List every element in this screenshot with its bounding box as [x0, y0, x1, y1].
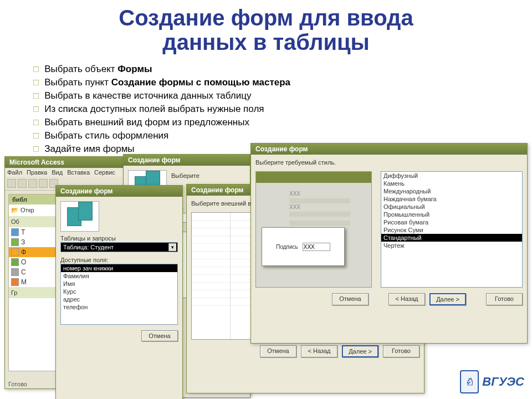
logo-badge-icon: ♘ [460, 370, 479, 393]
menu-item[interactable]: Файл [7, 169, 22, 176]
access-status-bar: Готово [8, 381, 27, 387]
field-list-item[interactable]: телефон [61, 303, 177, 311]
preview-caption-label: Подпись [276, 244, 298, 250]
cancel-button[interactable]: Отмена [260, 345, 296, 357]
style-list-item[interactable]: Наждачная бумага [381, 195, 522, 203]
preview-caption-input[interactable] [303, 243, 330, 251]
instruction-item: Выбрать пункт Создание формы с помощью м… [33, 76, 532, 89]
instruction-item: Выбрать стиль оформления [33, 129, 532, 142]
style-list-item[interactable]: Стандартный [381, 234, 522, 242]
toolbar-icon[interactable] [28, 179, 37, 188]
toolbar-icon[interactable] [18, 179, 27, 188]
instruction-item: Выбрать внешний вид форм из предложенных [33, 116, 532, 129]
back-button[interactable]: < Назад [388, 293, 425, 305]
field-list-item[interactable]: Фамилия [61, 272, 177, 280]
access-titlebar: Microsoft Access [5, 157, 123, 168]
university-logo: ♘ ВГУЭС [460, 370, 524, 393]
wizard1-titlebar: Создание форм [56, 186, 182, 197]
cancel-button[interactable]: Отмена [332, 293, 369, 305]
wizard2-titlebar: Создание форм [124, 155, 250, 166]
instruction-item: Выбрать в качестве источника данных табл… [33, 89, 532, 103]
wizard-fields-window: Создание форм Таблицы и запросы Таблица:… [55, 185, 183, 399]
available-fields-list[interactable]: номер зач книжкиФамилияИмяКурсадрестелеф… [60, 264, 178, 325]
toolbar-icon[interactable] [7, 179, 16, 188]
access-menubar[interactable]: ФайлПравкаВидВставкаСервис [5, 168, 123, 177]
field-list-item[interactable]: Имя [61, 280, 177, 288]
finish-button[interactable]: Готово [486, 293, 523, 305]
style-list-item[interactable]: Диффузный [381, 172, 522, 180]
title-line1: Создание форм для ввода [119, 6, 413, 30]
instruction-item: Выбрать объект Формы [33, 63, 532, 76]
style-preview-popup: Подпись [262, 227, 345, 266]
wizard4-titlebar: Создание форм [251, 144, 527, 155]
menu-item[interactable]: Вид [52, 169, 63, 176]
style-list-item[interactable]: Камень [381, 180, 522, 187]
style-list-item[interactable]: Международный [381, 187, 522, 195]
back-button[interactable]: < Назад [301, 345, 337, 357]
style-list-item[interactable]: Промышленный [381, 211, 522, 218]
next-button[interactable]: Далее > [429, 293, 466, 305]
wizard-style-window: Создание форм Выберите требуемый стиль. … [250, 143, 528, 344]
instruction-list: Выбрать объект ФормыВыбрать пункт Создан… [0, 63, 532, 156]
chevron-down-icon[interactable]: ▾ [168, 243, 176, 251]
table-select-combo[interactable]: Таблица: Студент ▾ [60, 242, 178, 252]
tables-queries-label: Таблицы и запросы [60, 235, 178, 242]
logo-text: ВГУЭС [482, 375, 524, 389]
style-list-item[interactable]: Официальный [381, 203, 522, 211]
wizard-graphic-icon [60, 201, 99, 232]
style-list-item[interactable]: Чертеж [381, 242, 522, 249]
style-list-item[interactable]: Рисунок Суми [381, 226, 522, 234]
field-list-item[interactable]: номер зач книжки [61, 264, 177, 272]
toolbar-icon[interactable] [39, 179, 48, 188]
field-list-item[interactable]: адрес [61, 295, 177, 303]
menu-item[interactable]: Правка [27, 169, 47, 176]
menu-item[interactable]: Сервис [94, 169, 115, 176]
field-list-item[interactable]: Курс [61, 288, 177, 295]
menu-item[interactable]: Вставка [67, 169, 90, 176]
wizard4-prompt: Выберите требуемый стиль. [255, 159, 523, 166]
next-button[interactable]: Далее > [342, 345, 378, 357]
page-title: Создание форм для ввода данных в таблицы [0, 6, 532, 54]
cancel-button[interactable]: Отмена [141, 330, 178, 341]
finish-button[interactable]: Готово [383, 345, 420, 357]
style-list[interactable]: ДиффузныйКаменьМеждународныйНаждачная бу… [381, 171, 523, 288]
title-line2: данных в таблицы [162, 30, 369, 54]
style-preview: XXX XXX Подпись [255, 171, 372, 288]
available-fields-label: Доступные поля: [60, 257, 178, 263]
style-list-item[interactable]: Рисовая бумага [381, 218, 522, 226]
access-title: Microsoft Access [9, 158, 64, 166]
instruction-item: Из списка доступных полей выбрать нужные… [33, 103, 532, 116]
